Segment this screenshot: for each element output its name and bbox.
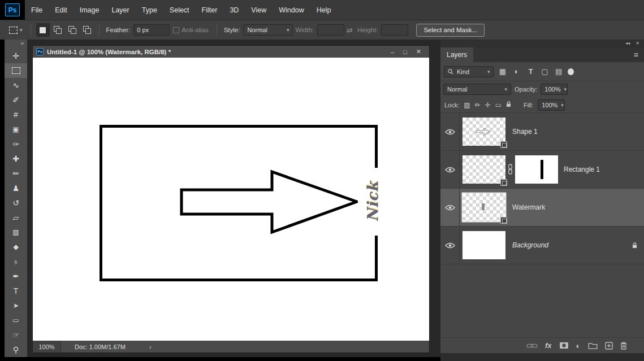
layer-row-watermark[interactable]: Watermark [440, 189, 644, 227]
intersect-selection-button[interactable] [80, 23, 94, 37]
frame-tool[interactable]: ▣ [5, 122, 27, 137]
rectangle-tool[interactable]: ▭ [5, 313, 27, 328]
menu-layer[interactable]: Layer [105, 0, 135, 20]
pen-tool[interactable]: ✒ [5, 269, 27, 284]
filter-toggle-switch[interactable] [568, 68, 574, 75]
background-lock-icon[interactable] [632, 242, 637, 249]
filter-smart-object-layers-icon[interactable]: ▤ [554, 67, 564, 76]
new-selection-button[interactable] [36, 23, 50, 37]
menu-type[interactable]: Type [136, 0, 163, 20]
visibility-toggle[interactable] [440, 227, 460, 264]
menu-file[interactable]: File [25, 0, 49, 20]
lock-position-icon[interactable]: ✛ [485, 101, 491, 109]
anti-alias-label: Anti-alias [181, 27, 208, 33]
lasso-tool[interactable]: ∿ [5, 78, 27, 93]
history-brush-tool[interactable]: ↺ [5, 195, 27, 210]
menu-select[interactable]: Select [163, 0, 196, 20]
visibility-toggle[interactable] [440, 113, 460, 150]
brush-tool[interactable]: ✏ [5, 166, 27, 181]
feather-input[interactable] [133, 24, 170, 36]
panel-menu-icon[interactable]: ≡ [634, 47, 644, 62]
menu-filter[interactable]: Filter [196, 0, 224, 20]
zoom-level[interactable]: 100% [33, 341, 61, 353]
move-tool[interactable]: ✛ [5, 49, 27, 63]
filter-pixel-layers-icon[interactable]: ▦ [497, 67, 508, 76]
menu-3d[interactable]: 3D [223, 0, 245, 20]
toolbar-collapse-icon[interactable]: » [5, 40, 27, 49]
layer-row-rectangle1[interactable]: Rectangle 1 [440, 151, 644, 189]
lock-image-pixels-icon[interactable]: ✏ [475, 101, 481, 109]
subtract-from-selection-button[interactable] [66, 23, 79, 37]
blur-tool[interactable]: ◆ [5, 240, 27, 254]
menu-view[interactable]: View [245, 0, 273, 20]
menu-window[interactable]: Window [273, 0, 310, 20]
collapse-panels-icon[interactable]: ◂◂ [625, 40, 630, 47]
height-input [381, 24, 408, 36]
add-layer-mask-icon[interactable] [559, 342, 569, 349]
layer-style-icon[interactable]: fx [545, 341, 552, 350]
canvas[interactable]: Nick [33, 58, 429, 341]
layer-name[interactable]: Rectangle 1 [564, 166, 600, 173]
layer-thumbnail[interactable] [463, 155, 505, 184]
filter-kind-select[interactable]: Kind ▾ [444, 66, 494, 77]
style-select[interactable]: Normal ▾ [243, 24, 293, 36]
zoom-tool[interactable]: ⚲ [5, 342, 27, 357]
new-layer-icon[interactable] [605, 342, 613, 350]
tool-preset-dropdown[interactable]: ▾ [6, 27, 26, 34]
select-and-mask-button[interactable]: Select and Mask... [416, 24, 485, 37]
status-chevron-icon[interactable]: › [149, 343, 152, 350]
quick-selection-tool[interactable]: ✐ [5, 93, 27, 107]
eyedropper-tool[interactable]: ✑ [5, 137, 27, 151]
layer-name[interactable]: Shape 1 [512, 128, 538, 136]
new-group-icon[interactable] [588, 342, 598, 349]
menu-edit[interactable]: Edit [49, 0, 74, 20]
layers-list[interactable]: Shape 1 Rectangle 1 [440, 113, 644, 337]
layer-mask-thumbnail[interactable] [515, 155, 558, 184]
layer-thumbnail[interactable] [463, 193, 505, 221]
visibility-toggle[interactable] [440, 189, 460, 226]
document-size-info: Doc: 1.00M/1.67M [75, 343, 126, 350]
add-to-selection-button[interactable] [51, 23, 64, 37]
eraser-tool[interactable]: ▱ [5, 210, 27, 225]
hand-tool[interactable]: ☞ [5, 328, 27, 342]
spot-healing-brush-tool[interactable]: ✚ [5, 151, 27, 166]
visibility-toggle[interactable] [440, 151, 460, 188]
blend-mode-select[interactable]: Normal ▾ [443, 84, 511, 95]
rectangular-marquee-tool[interactable] [5, 63, 27, 78]
clone-stamp-tool[interactable]: ♟ [5, 181, 27, 195]
opacity-select[interactable]: 100% ▾ [541, 84, 568, 95]
layer-row-shape1[interactable]: Shape 1 [440, 113, 644, 151]
maximize-button[interactable]: □ [403, 49, 407, 55]
menu-help[interactable]: Help [310, 0, 338, 20]
path-selection-tool[interactable]: ➤ [5, 298, 27, 313]
tab-layers[interactable]: Layers [440, 47, 473, 62]
minimize-button[interactable]: – [391, 49, 394, 55]
lock-transparent-pixels-icon[interactable]: ▨ [464, 101, 470, 109]
close-panel-icon[interactable]: ✕ [636, 40, 639, 47]
layer-name[interactable]: Watermark [512, 203, 545, 211]
filter-type-layers-icon[interactable]: T [525, 68, 536, 76]
photoshop-logo-icon: Ps [5, 3, 20, 16]
layer-thumbnail[interactable] [463, 118, 505, 146]
horizontal-type-tool[interactable]: T [5, 284, 27, 298]
dodge-tool[interactable]: ♁ [5, 254, 27, 269]
layer-thumbnail[interactable] [463, 231, 505, 259]
layer-row-background[interactable]: Background [440, 227, 644, 264]
document-titlebar[interactable]: Ps Untitled-1 @ 100% (Watermark, RGB/8) … [33, 46, 429, 58]
filter-shape-layers-icon[interactable]: ▢ [539, 67, 550, 76]
lock-artboard-icon[interactable]: ▭ [495, 101, 502, 109]
adjustment-layer-icon[interactable]: ◐ [576, 341, 581, 350]
menu-image[interactable]: Image [74, 0, 106, 20]
close-button[interactable]: ✕ [416, 48, 421, 55]
crop-tool[interactable]: # [5, 107, 27, 122]
lock-all-icon[interactable] [506, 101, 511, 109]
delete-layer-icon[interactable] [620, 342, 627, 350]
separator [31, 24, 31, 36]
gradient-tool[interactable]: ▧ [5, 225, 27, 240]
layer-name[interactable]: Background [512, 241, 548, 249]
fill-select[interactable]: 100% ▾ [538, 99, 565, 111]
link-layers-icon[interactable] [526, 343, 538, 349]
watermark-image: Nick [358, 168, 387, 236]
mask-link-icon[interactable] [508, 164, 513, 175]
filter-adjustment-layers-icon[interactable]: ◐ [511, 67, 522, 76]
